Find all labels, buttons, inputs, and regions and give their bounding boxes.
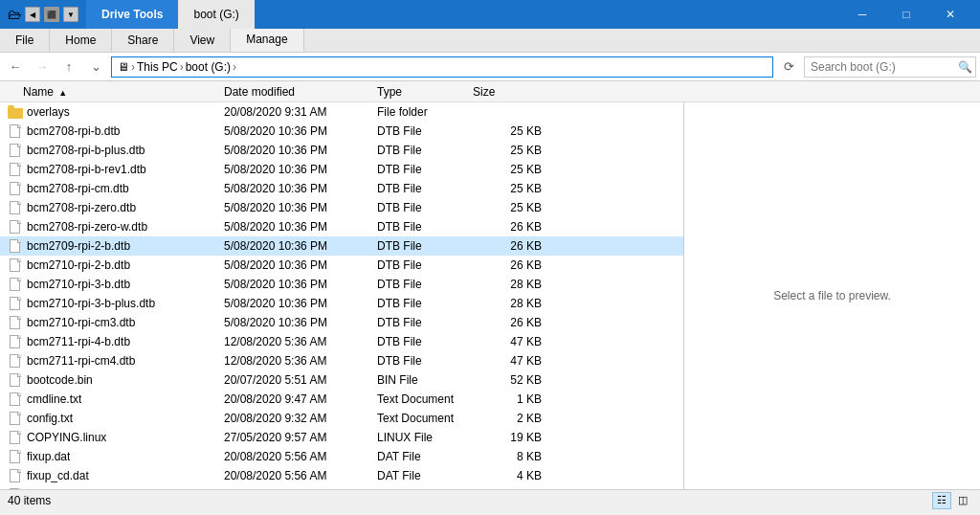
table-row[interactable]: overlays 20/08/2020 9:31 AM File folder bbox=[0, 102, 683, 122]
file-type: DTB File bbox=[377, 316, 473, 329]
table-row[interactable]: bcm2709-rpi-2-b.dtb 5/08/2020 10:36 PM D… bbox=[0, 236, 683, 256]
col-header-type[interactable]: Type bbox=[377, 85, 473, 99]
file-size: 26 KB bbox=[473, 316, 549, 329]
file-name: bcm2708-rpi-zero-w.dtb bbox=[27, 220, 147, 234]
search-input[interactable] bbox=[804, 56, 976, 78]
tab-drive-tools[interactable]: Drive Tools bbox=[86, 0, 178, 29]
tb-icon-2[interactable]: ⬛ bbox=[44, 7, 59, 22]
large-icons-view-button[interactable]: ◫ bbox=[953, 492, 972, 509]
file-type: DTB File bbox=[377, 163, 473, 176]
close-button[interactable]: ✕ bbox=[928, 0, 972, 29]
details-view-button[interactable]: ☷ bbox=[932, 492, 951, 509]
file-date: 5/08/2020 10:36 PM bbox=[224, 201, 377, 214]
table-row[interactable]: bootcode.bin 20/07/2020 5:51 AM BIN File… bbox=[0, 370, 683, 390]
table-row[interactable]: fixup.dat 20/08/2020 5:56 AM DAT File 8 … bbox=[0, 447, 683, 466]
table-row[interactable]: bcm2710-rpi-cm3.dtb 5/08/2020 10:36 PM D… bbox=[0, 313, 683, 332]
file-icon bbox=[8, 296, 23, 311]
recent-locations-button[interactable]: ⌄ bbox=[84, 56, 107, 78]
file-name: fixup_db.dat bbox=[27, 488, 89, 489]
table-row[interactable]: cmdline.txt 20/08/2020 9:47 AM Text Docu… bbox=[0, 390, 683, 409]
tb-icon-1[interactable]: ◀ bbox=[25, 7, 40, 22]
table-row[interactable]: config.txt 20/08/2020 9:32 AM Text Docum… bbox=[0, 409, 683, 428]
col-header-name[interactable]: Name ▲ bbox=[4, 85, 224, 99]
table-row[interactable]: bcm2711-rpi-4-b.dtb 12/08/2020 5:36 AM D… bbox=[0, 332, 683, 351]
table-row[interactable]: COPYING.linux 27/05/2020 9:57 AM LINUX F… bbox=[0, 428, 683, 447]
col-header-date[interactable]: Date modified bbox=[224, 85, 377, 99]
file-type: DTB File bbox=[377, 124, 473, 138]
address-path[interactable]: 🖥 › This PC › boot (G:) › bbox=[111, 56, 773, 78]
file-icon bbox=[8, 219, 23, 235]
table-row[interactable]: bcm2708-rpi-zero-w.dtb 5/08/2020 10:36 P… bbox=[0, 217, 683, 236]
file-icon bbox=[8, 162, 23, 177]
file-icon bbox=[8, 258, 23, 273]
file-size: 47 KB bbox=[473, 354, 549, 368]
file-icon bbox=[8, 143, 23, 158]
tb-icon-3[interactable]: ▼ bbox=[63, 7, 78, 22]
table-row[interactable]: fixup_db.dat 20/08/2020 5:56 AM DAT File… bbox=[0, 485, 683, 489]
tab-boot-g[interactable]: boot (G:) bbox=[178, 0, 254, 29]
up-button[interactable]: ↑ bbox=[57, 56, 80, 78]
file-icon bbox=[8, 353, 23, 369]
file-date: 12/08/2020 5:36 AM bbox=[224, 335, 377, 348]
minimize-button[interactable]: ─ bbox=[840, 0, 884, 29]
file-name: COPYING.linux bbox=[27, 431, 106, 444]
file-name: config.txt bbox=[27, 412, 73, 425]
file-icon bbox=[8, 315, 23, 330]
table-row[interactable]: bcm2708-rpi-b-rev1.dtb 5/08/2020 10:36 P… bbox=[0, 160, 683, 179]
path-this-pc: This PC bbox=[137, 60, 178, 74]
file-type: Text Document bbox=[377, 412, 473, 425]
search-icon[interactable]: 🔍 bbox=[958, 60, 972, 74]
file-date: 5/08/2020 10:36 PM bbox=[224, 316, 377, 329]
table-row[interactable]: bcm2710-rpi-3-b-plus.dtb 5/08/2020 10:36… bbox=[0, 294, 683, 313]
file-date: 5/08/2020 10:36 PM bbox=[224, 239, 377, 253]
ribbon-tab-manage[interactable]: Manage bbox=[231, 29, 303, 52]
table-row[interactable]: bcm2711-rpi-cm4.dtb 12/08/2020 5:36 AM D… bbox=[0, 351, 683, 370]
file-size: 25 KB bbox=[473, 144, 549, 157]
table-row[interactable]: bcm2708-rpi-zero.dtb 5/08/2020 10:36 PM … bbox=[0, 198, 683, 217]
file-date: 5/08/2020 10:36 PM bbox=[224, 220, 377, 234]
file-icon bbox=[8, 123, 23, 139]
list-wrapper: overlays 20/08/2020 9:31 AM File folder … bbox=[0, 102, 980, 489]
maximize-button[interactable]: □ bbox=[884, 0, 928, 29]
file-date: 27/05/2020 9:57 AM bbox=[224, 431, 377, 444]
file-size: 26 KB bbox=[473, 258, 549, 272]
file-date: 20/08/2020 5:56 AM bbox=[224, 450, 377, 463]
table-row[interactable]: bcm2710-rpi-2-b.dtb 5/08/2020 10:36 PM D… bbox=[0, 256, 683, 275]
file-date: 20/08/2020 5:56 AM bbox=[224, 469, 377, 482]
file-size: 2 KB bbox=[473, 412, 549, 425]
file-name: bcm2711-rpi-4-b.dtb bbox=[27, 335, 130, 348]
file-size: 8 KB bbox=[473, 450, 549, 463]
file-date: 20/08/2020 9:31 AM bbox=[224, 105, 377, 119]
ribbon-tab-home[interactable]: Home bbox=[50, 29, 112, 52]
refresh-button[interactable]: ⟳ bbox=[777, 56, 800, 78]
table-row[interactable]: fixup_cd.dat 20/08/2020 5:56 AM DAT File… bbox=[0, 466, 683, 485]
table-row[interactable]: bcm2708-rpi-b.dtb 5/08/2020 10:36 PM DTB… bbox=[0, 122, 683, 141]
file-date: 5/08/2020 10:36 PM bbox=[224, 124, 377, 138]
forward-button[interactable]: → bbox=[31, 56, 54, 78]
title-bar: 🗁 ◀ ⬛ ▼ Drive Tools boot (G:) ─ □ ✕ bbox=[0, 0, 980, 29]
ribbon-tab-share[interactable]: Share bbox=[112, 29, 174, 52]
file-name: bcm2711-rpi-cm4.dtb bbox=[27, 354, 135, 368]
file-list[interactable]: overlays 20/08/2020 9:31 AM File folder … bbox=[0, 102, 683, 489]
file-date: 5/08/2020 10:36 PM bbox=[224, 163, 377, 176]
address-bar: ← → ↑ ⌄ 🖥 › This PC › boot (G:) › ⟳ 🔍 bbox=[0, 53, 980, 81]
file-type: DTB File bbox=[377, 335, 473, 348]
file-name: fixup.dat bbox=[27, 450, 70, 463]
ribbon-tab-view[interactable]: View bbox=[174, 29, 231, 52]
ribbon-tab-file[interactable]: File bbox=[0, 29, 50, 52]
table-row[interactable]: bcm2710-rpi-3-b.dtb 5/08/2020 10:36 PM D… bbox=[0, 275, 683, 294]
col-header-size[interactable]: Size bbox=[473, 85, 549, 99]
back-button[interactable]: ← bbox=[4, 56, 27, 78]
file-type: LINUX File bbox=[377, 431, 473, 444]
table-row[interactable]: bcm2708-rpi-b-plus.dtb 5/08/2020 10:36 P… bbox=[0, 141, 683, 160]
table-row[interactable]: bcm2708-rpi-cm.dtb 5/08/2020 10:36 PM DT… bbox=[0, 179, 683, 198]
file-name: cmdline.txt bbox=[27, 392, 81, 406]
file-name: bcm2710-rpi-2-b.dtb bbox=[27, 258, 130, 272]
file-size: 11 KB bbox=[473, 488, 549, 489]
file-date: 5/08/2020 10:36 PM bbox=[224, 182, 377, 195]
file-icon bbox=[8, 411, 23, 426]
file-icon bbox=[8, 449, 23, 464]
file-name: overlays bbox=[27, 105, 70, 119]
search-container: 🔍 bbox=[804, 56, 976, 78]
file-type: Text Document bbox=[377, 392, 473, 406]
